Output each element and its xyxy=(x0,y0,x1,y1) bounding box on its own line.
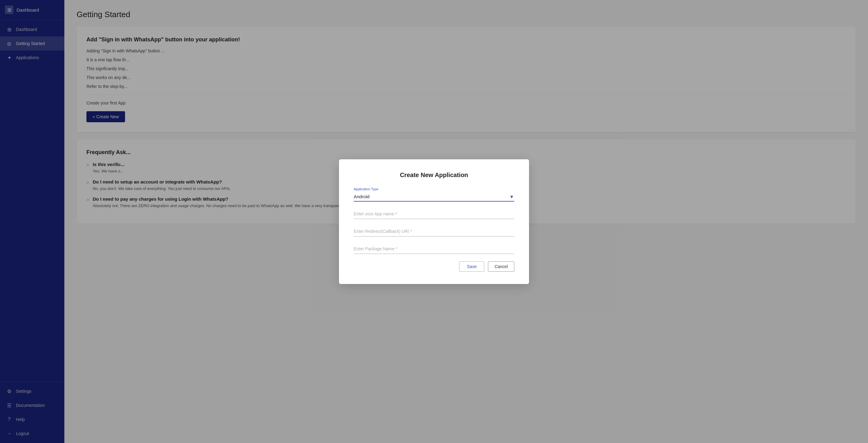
create-application-modal: Create New Application Application Type … xyxy=(339,159,529,284)
app-type-select[interactable]: Android iOS Web xyxy=(354,192,514,201)
app-name-group xyxy=(354,209,514,219)
cancel-button[interactable]: Cancel xyxy=(488,261,514,272)
redirect-uri-input[interactable] xyxy=(354,226,514,236)
app-type-select-wrapper: Android iOS Web ▾ xyxy=(354,192,514,201)
package-name-input[interactable] xyxy=(354,244,514,254)
app-type-label: Application Type xyxy=(354,187,514,191)
package-name-group xyxy=(354,244,514,254)
modal-actions: Save Cancel xyxy=(354,261,514,272)
app-name-input[interactable] xyxy=(354,209,514,219)
save-button[interactable]: Save xyxy=(459,261,484,272)
redirect-uri-group xyxy=(354,226,514,236)
modal-overlay[interactable]: Create New Application Application Type … xyxy=(0,0,868,443)
modal-title: Create New Application xyxy=(354,171,514,179)
app-type-group: Application Type Android iOS Web ▾ xyxy=(354,187,514,201)
